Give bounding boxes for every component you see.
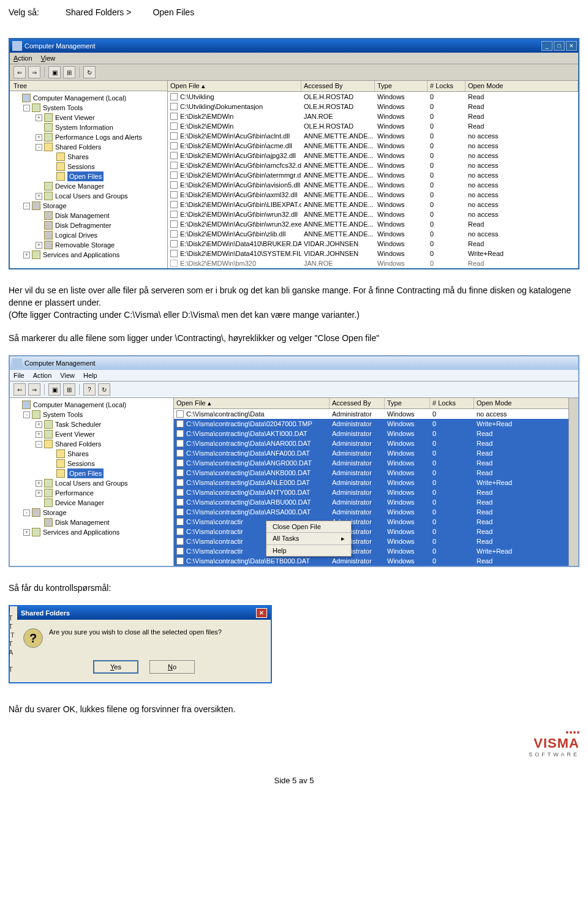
file-row[interactable]: E:\Disk2\EMDWin\AcuGt\bin\wrun32.exeANNE… (168, 219, 578, 229)
file-row[interactable]: C:\Visma\contractirAdministratorWindows0… (174, 546, 578, 556)
tree-node[interactable]: Shares (11, 152, 166, 162)
file-row[interactable]: E:\Disk2\EMDWin\AcuGt\bin\axml32.dllANNE… (168, 190, 578, 200)
file-row[interactable]: C:\Visma\contractirAdministratorWindows0… (174, 536, 578, 546)
views-button[interactable]: ⊞ (63, 383, 75, 396)
refresh-button[interactable]: ↻ (98, 383, 110, 396)
menu-action[interactable]: Action (13, 55, 32, 62)
file-row[interactable]: E:\Disk2\EMDWin\AcuGt\bin\amcfcs32.dllAN… (168, 160, 578, 170)
tree-node[interactable]: Disk Management (11, 517, 172, 527)
tree-node[interactable]: Disk Defragmenter (11, 220, 166, 230)
col-locks[interactable]: # Locks (430, 398, 474, 408)
tree-node[interactable]: +Event Viewer (11, 429, 172, 439)
expand-toggle[interactable]: + (36, 115, 42, 121)
tree-node[interactable]: -Storage (11, 201, 166, 211)
expand-toggle[interactable]: + (36, 193, 42, 200)
file-row[interactable]: C:\Visma\contracting\Data\ANLE000.DATAdm… (174, 478, 578, 487)
tree-node[interactable]: Sessions (11, 459, 172, 468)
tree-node[interactable]: Shares (11, 449, 172, 459)
file-row[interactable]: C:\Visma\contractirAdministratorWindows0… (174, 517, 578, 527)
file-row[interactable]: E:\Disk2\EMDWin\AcuGt\bin\avision5.dllAN… (168, 180, 578, 190)
no-button[interactable]: No (149, 660, 195, 674)
file-row[interactable]: E:\Disk2\EMDWin\AcuGt\bin\wrun32.dllANNE… (168, 209, 578, 219)
tree-node[interactable]: -System Tools (11, 410, 172, 419)
file-row[interactable]: E:\Disk2\EMDWin\AcuGt\bin\aclnt.dllANNE.… (168, 131, 578, 141)
back-button[interactable]: ⇐ (13, 66, 26, 78)
close-button[interactable]: ✕ (566, 41, 577, 51)
expand-toggle[interactable]: + (23, 529, 30, 536)
col-type[interactable]: Type (385, 398, 430, 408)
tree-node[interactable]: Computer Management (Local) (11, 400, 172, 410)
scrollbar[interactable] (568, 398, 578, 566)
file-row[interactable]: C:\Visma\contracting\Data\ANFA000.DATAdm… (174, 448, 578, 458)
menu-file[interactable]: File (13, 372, 24, 379)
file-row[interactable]: E:\Disk2\EMDWin\AcuGt\bin\atermmgr.dllAN… (168, 170, 578, 180)
tree-node[interactable]: +Removable Storage (11, 240, 166, 250)
tree-node[interactable]: +Services and Applications (11, 250, 166, 260)
col-open-mode[interactable]: Open Mode (474, 398, 578, 408)
menu-view[interactable]: View (60, 372, 75, 379)
file-row[interactable]: E:\Disk2\EMDWin\bm320JAN.ROEWindows0Read (168, 258, 578, 268)
file-row[interactable]: E:\Disk2\EMDWin\AcuGt\bin\ajpg32.dllANNE… (168, 151, 578, 160)
expand-toggle[interactable]: + (36, 134, 42, 141)
file-row[interactable]: C:\Visma\contracting\Data\AKTI000.DATAdm… (174, 429, 578, 438)
tree-node[interactable]: -Shared Folders (11, 439, 172, 449)
forward-button[interactable]: ⇒ (28, 383, 40, 396)
title-bar[interactable]: Computer Management (10, 356, 578, 370)
file-row[interactable]: C:\Visma\contracting\DataAdministratorWi… (174, 409, 578, 419)
tree-node[interactable]: Open Files (11, 468, 172, 478)
tree-node[interactable]: +Task Scheduler (11, 419, 172, 429)
col-open-file[interactable]: Open File ▴ (174, 398, 330, 408)
tree-node[interactable]: Computer Management (Local) (11, 93, 166, 103)
file-row[interactable]: E:\Disk2\EMDWinJAN.ROEWindows0Read (168, 111, 578, 121)
file-row[interactable]: E:\Disk2\EMDWin\AcuGt\bin\acme.dllANNE.M… (168, 141, 578, 151)
file-row[interactable]: C:\Visma\contractirAdministratorWindows0… (174, 527, 578, 536)
refresh-button[interactable]: ↻ (83, 66, 96, 78)
col-type[interactable]: Type (375, 81, 428, 91)
expand-toggle[interactable]: - (23, 510, 30, 516)
expand-toggle[interactable]: + (36, 242, 42, 249)
file-row[interactable]: C:\UtviklingOLE.H.ROSTADWindows0Read (168, 92, 578, 102)
folder-button[interactable]: ▣ (48, 383, 61, 396)
file-row[interactable]: C:\Visma\contracting\Data\ANGR000.DATAdm… (174, 458, 578, 468)
expand-toggle[interactable]: + (36, 421, 42, 428)
tree-node[interactable]: -Shared Folders (11, 142, 166, 152)
tree-node[interactable]: +Event Viewer (11, 113, 166, 122)
file-row[interactable]: C:\Visma\contracting\Data\ANKB000.DATAdm… (174, 468, 578, 478)
file-row[interactable]: E:\Disk2\EMDWinOLE.H.ROSTADWindows0Read (168, 121, 578, 131)
tree-node[interactable]: -System Tools (11, 103, 166, 113)
file-row[interactable]: E:\Disk2\EMDWin\Data410\BRUKER.DATVIDAR.… (168, 239, 578, 249)
tree-node[interactable]: -Storage (11, 508, 172, 517)
views-button[interactable]: ⊞ (63, 66, 75, 78)
ctx-close-open-file[interactable]: Close Open File (266, 521, 351, 532)
tree-node[interactable]: +Performance (11, 488, 172, 498)
file-row[interactable]: C:\Visma\contracting\Data\BETB000.DATAdm… (174, 556, 578, 566)
expand-toggle[interactable]: - (36, 441, 42, 448)
file-row[interactable]: C:\Utvikling\DokumentasjonOLE.H.ROSTADWi… (168, 102, 578, 111)
tree-node[interactable]: Logical Drives (11, 230, 166, 240)
file-row[interactable]: C:\Visma\contracting\Data\ARBU000.DATAdm… (174, 497, 578, 507)
ctx-all-tasks[interactable]: All Tasks▸ (266, 532, 351, 544)
file-row[interactable]: C:\Visma\contracting\Data\02047000.TMPAd… (174, 419, 578, 429)
tree-node[interactable]: Device Manager (11, 181, 166, 191)
up-button[interactable]: ▣ (48, 66, 61, 78)
tree-node[interactable]: +Local Users and Groups (11, 191, 166, 201)
col-open-mode[interactable]: Open Mode (466, 81, 578, 91)
expand-toggle[interactable]: - (23, 105, 30, 111)
forward-button[interactable]: ⇒ (28, 66, 40, 78)
col-locks[interactable]: # Locks (428, 81, 466, 91)
tree-node[interactable]: Sessions (11, 162, 166, 171)
tree-node[interactable]: Device Manager (11, 498, 172, 508)
file-row[interactable]: C:\Visma\contracting\Data\ANTY000.DATAdm… (174, 487, 578, 497)
help-button[interactable]: ? (83, 383, 96, 396)
maximize-button[interactable]: □ (554, 41, 565, 51)
col-accessed-by[interactable]: Accessed By (330, 398, 385, 408)
expand-toggle[interactable]: - (23, 412, 30, 418)
expand-toggle[interactable]: + (23, 252, 30, 258)
title-bar[interactable]: Computer Management _ □ ✕ (10, 39, 578, 53)
menu-action[interactable]: Action (33, 372, 52, 379)
expand-toggle[interactable]: + (36, 431, 42, 438)
menu-view[interactable]: View (41, 55, 56, 62)
file-row[interactable]: C:\Visma\contracting\Data\ANAR000.DATAdm… (174, 438, 578, 448)
expand-toggle[interactable]: - (23, 203, 30, 209)
tree-node[interactable]: +Local Users and Groups (11, 478, 172, 488)
